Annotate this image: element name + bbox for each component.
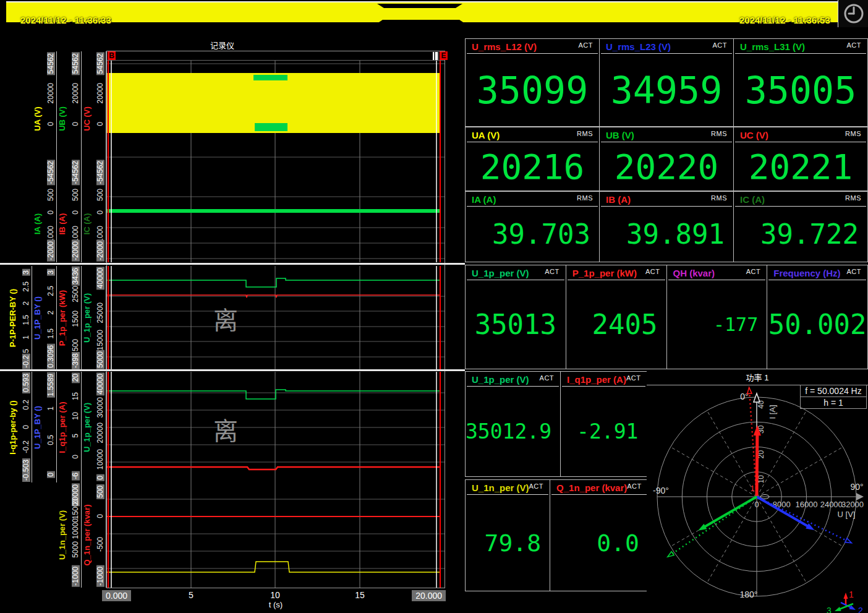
tile-title: U_1p_per (V) <box>472 374 529 385</box>
chart-strip-per-power[interactable]: 离 <box>107 266 445 370</box>
clock-button[interactable] <box>838 0 868 27</box>
panel-divider <box>0 369 465 371</box>
end-marker[interactable]: E <box>440 51 448 60</box>
axis-title: U_1P_BY () <box>33 296 42 340</box>
measurement-tile: P_1p_per (kW)ACT2405 <box>566 265 667 369</box>
axis-title: U_1p_per (V) <box>82 293 91 343</box>
axis-tick: 2 <box>22 301 30 306</box>
axis-tick: -2000 <box>47 240 55 262</box>
axis-tick: 5000 <box>96 350 104 369</box>
tile-value: 34959 <box>600 54 733 126</box>
axis-ua: UA (V)54562200000-54562 <box>32 51 57 186</box>
measurement-tile: Frequency (Hz)ACT50.002 <box>767 265 868 369</box>
axis-iq1p-per: I_q1p_per (A)20151050-6 <box>57 372 82 482</box>
tile-value: 39.703 <box>466 207 599 262</box>
chart-strip-voltage[interactable] <box>107 61 445 186</box>
trace-line <box>107 278 440 287</box>
measurement-tile: Q_1n_per (kvar)ACT0.0 <box>550 479 649 591</box>
axis-tick: 0 <box>47 210 55 215</box>
trace-line <box>107 390 440 399</box>
axis-tick: -54562 <box>72 160 80 185</box>
polar-label: 16000 <box>795 500 817 509</box>
tile-title: U_1p_per (V) <box>472 268 529 278</box>
start-timestamp: 2024/11/12 - 11:36:33 <box>20 15 111 25</box>
tile-title: UB (V) <box>606 130 634 140</box>
tile-title: Q_1n_per (kvar) <box>556 482 627 493</box>
tile-mode-label: ACT <box>579 41 594 49</box>
tile-value: 39.722 <box>734 207 867 262</box>
axis-u1p-per2: U_1p_per (V)400003000020000100000 <box>82 372 106 482</box>
marker-row: B E <box>107 51 445 61</box>
axis-tick: 15000 <box>72 499 80 519</box>
tile-title: I_q1p_per (A) <box>567 374 626 385</box>
axis-uc: UC (V)54562200000-54562 <box>82 51 106 186</box>
axis-title: U_1P_BY () <box>33 406 42 449</box>
waveform-overview-strip[interactable] <box>6 1 838 22</box>
polar-label: 0 <box>754 500 759 509</box>
cursor-handle[interactable] <box>433 52 439 60</box>
axis-tick: 20000 <box>72 83 80 103</box>
chart-strip-per-current[interactable]: 离 <box>107 372 445 482</box>
axis-tick: 54562 <box>47 52 55 75</box>
axis-tick: 40000 <box>96 372 104 395</box>
axis-tick: 1 <box>47 406 55 411</box>
axis-title: UB (V) <box>57 106 67 131</box>
axis-tick: 0 <box>22 425 30 429</box>
axis-tick: -2000 <box>96 240 104 262</box>
axis-tick: -2000 <box>72 240 80 262</box>
tile-mode-label: ACT <box>847 268 862 275</box>
tile-mode-label: RMS <box>845 130 861 137</box>
axis-tick: 0.593 <box>22 372 30 393</box>
axis-tick: 1.5589 <box>47 372 55 398</box>
tile-value: 35005 <box>734 54 867 126</box>
tile-mode-label: RMS <box>845 194 861 202</box>
measurement-tile: U_rms_L31 (V)ACT35005 <box>734 38 868 127</box>
tile-title: QH (kvar) <box>673 268 715 278</box>
axis-tick: -6 <box>72 471 80 481</box>
axis-title: P-1P-PER-BY () <box>8 289 17 347</box>
measurement-tile: QH (kvar)ACT-177 <box>667 265 768 369</box>
measurement-tile: IA (A)RMS39.703 <box>465 191 600 262</box>
axis-tick: 500 <box>72 339 80 351</box>
trace-line <box>107 562 440 572</box>
polar-label: -90° <box>653 486 669 495</box>
tile-title: U_rms_L23 (V) <box>606 41 671 52</box>
axis-ia: IA (A)5000-1000-2000 <box>32 186 57 262</box>
axis-tick: 0.5 <box>47 435 55 445</box>
chart-canvas-neutral <box>107 482 445 588</box>
axis-tick: 2.5 <box>22 281 30 292</box>
tile-mode-label: ACT <box>746 268 761 275</box>
axis-tick: -54562 <box>96 160 104 185</box>
axis-u1p-per: U_1p_per (V)4000025000150005000 <box>82 266 106 370</box>
axis-title: UC (V) <box>82 106 91 131</box>
chart-strip-neutral[interactable] <box>107 482 445 588</box>
axis-tick: 0.3096 <box>47 344 55 369</box>
polar-label: 24000 <box>820 500 843 509</box>
axis-gutter-per-power: P-1P-PER-BY ()32.521.510.5-0.2U_1P_BY ()… <box>0 266 106 370</box>
tile-mode-label: ACT <box>529 482 544 490</box>
polar-label: 90° <box>850 482 863 492</box>
tile-mode-label: ACT <box>545 268 560 275</box>
polar-label: 1 <box>849 589 854 599</box>
tile-row-neutral: U_1n_per (V)ACT79.8Q_1n_per (kvar)ACT0.0 <box>465 479 647 591</box>
chart-strip-current[interactable] <box>107 186 445 262</box>
trace-band <box>107 209 440 213</box>
overview-dip-top <box>377 4 462 8</box>
axis-tick: 1500 <box>72 311 80 327</box>
polar-label: 1 <box>751 484 755 493</box>
tile-value: -2.91 <box>561 387 647 476</box>
time-axis-label: t (s) <box>107 600 445 609</box>
measurement-tile: IB (A)RMS39.891 <box>600 191 734 262</box>
axis-tick: 500 <box>96 484 104 499</box>
axis-tick: 5 <box>72 434 80 438</box>
axis-tick: 0.2 <box>22 400 30 410</box>
power-analyzer-app: 2024/11/12 - 11:36:33 2024/11/12 - 11:36… <box>0 0 868 613</box>
axis-tick: 15000 <box>96 330 104 350</box>
begin-marker[interactable]: B <box>108 51 116 60</box>
tile-value: 50.002 <box>767 280 867 369</box>
tile-value: 35013 <box>466 280 566 369</box>
tile-mode-label: RMS <box>711 194 727 202</box>
time-tick: 15 <box>355 590 365 600</box>
measurement-tile: UB (V)RMS20220 <box>600 127 734 191</box>
tile-value: 39.891 <box>600 207 733 262</box>
